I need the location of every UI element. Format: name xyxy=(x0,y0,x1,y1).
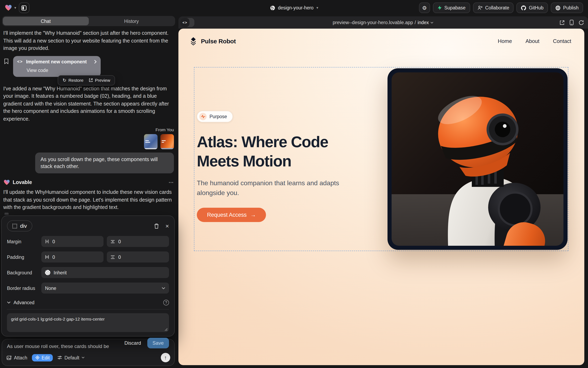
padding-y-icon xyxy=(111,255,115,259)
supabase-icon xyxy=(437,5,442,10)
nav-link-about[interactable]: About xyxy=(525,38,539,44)
supabase-button[interactable]: Supabase xyxy=(433,2,470,13)
lovable-heart-logo[interactable] xyxy=(5,4,12,11)
project-chevron-down-icon: ▾ xyxy=(316,6,318,10)
url-chevron-down-icon xyxy=(430,21,434,24)
request-access-button[interactable]: Request Access → xyxy=(197,208,266,222)
selected-element-pill[interactable]: div xyxy=(7,221,32,231)
site-brand[interactable]: Pulse Robot xyxy=(189,37,236,45)
partial-bookmark-icon xyxy=(4,213,9,215)
margin-x-field[interactable] xyxy=(41,236,104,247)
bookmark-icon[interactable] xyxy=(4,58,9,64)
attachment-thumbnail-blue[interactable] xyxy=(144,134,158,149)
edit-mode-pill[interactable]: Edit xyxy=(32,354,53,361)
from-you-label: From You xyxy=(155,127,174,132)
border-radius-select[interactable]: None xyxy=(41,283,169,294)
delete-element-button[interactable] xyxy=(154,223,159,229)
discard-button[interactable]: Discard xyxy=(124,340,141,346)
from-you-block: From You xyxy=(2,127,174,149)
resize-grip[interactable] xyxy=(164,328,168,331)
advanced-toggle[interactable]: Advanced xyxy=(13,300,34,305)
mode-chevron-down-icon xyxy=(81,357,85,359)
collaborate-icon xyxy=(477,5,483,10)
message-menu-button[interactable]: ⋯ xyxy=(169,180,174,185)
refresh-button[interactable] xyxy=(579,20,584,25)
app-window: ▾ design-your-hero ▾ ⚙ Supabase Collabor… xyxy=(0,0,588,368)
preview-button[interactable]: Preview xyxy=(89,78,110,83)
background-label: Background xyxy=(7,270,41,275)
selected-element-tag: div xyxy=(20,223,27,229)
padding-label: Padding xyxy=(7,255,41,259)
assistant-message-2: I've added a new "Why Humanoid" section … xyxy=(3,85,174,123)
layers-logo-icon xyxy=(189,37,198,45)
view-code-link[interactable]: View code xyxy=(27,68,96,73)
assistant-header: Lovable ⋯ xyxy=(4,180,174,185)
hero-content: Purpose Atlas: Where Code Meets Motion T… xyxy=(197,111,385,222)
collaborate-button[interactable]: Collaborate xyxy=(473,2,514,13)
hero-description: The humanoid companion that learns and a… xyxy=(197,178,349,197)
element-inspector-panel: div × Margin xyxy=(1,215,175,337)
color-swatch xyxy=(45,270,50,275)
nav-link-contact[interactable]: Contact xyxy=(553,38,571,44)
open-external-button[interactable] xyxy=(559,20,565,25)
implement-component-card[interactable]: <> Implement new component View code xyxy=(13,56,101,77)
tab-chat[interactable]: Chat xyxy=(3,17,89,25)
nav-link-home[interactable]: Home xyxy=(498,38,512,44)
close-inspector-button[interactable]: × xyxy=(165,222,169,229)
code-toggle-icon: <> xyxy=(180,18,190,27)
attachment-thumbnail-orange[interactable] xyxy=(161,134,174,149)
preview-panel: <> preview--design-your-hero.lovable.app… xyxy=(178,16,588,368)
padding-y-field[interactable] xyxy=(107,251,169,263)
background-field[interactable]: Inherit xyxy=(41,267,169,278)
padding-x-icon xyxy=(45,255,49,259)
lovable-heart-icon xyxy=(4,180,10,185)
github-icon xyxy=(521,5,526,10)
project-name: design-your-hero xyxy=(278,5,314,10)
target-icon xyxy=(35,355,39,360)
help-icon[interactable]: ? xyxy=(163,300,169,305)
classes-textarea[interactable] xyxy=(7,313,169,332)
attach-button[interactable]: Attach xyxy=(7,355,27,360)
selected-hero-section[interactable]: Purpose Atlas: Where Code Meets Motion T… xyxy=(194,67,568,251)
padding-x-field[interactable] xyxy=(41,251,104,263)
globe-icon xyxy=(270,5,275,10)
margin-label: Margin xyxy=(7,239,41,244)
hero-heading: Atlas: Where Code Meets Motion xyxy=(197,132,374,171)
gear-icon: ⚙ xyxy=(422,5,427,11)
hero-robot-card xyxy=(388,68,568,250)
pulse-icon xyxy=(199,113,207,120)
site-navbar: Pulse Robot Home About Contact xyxy=(178,29,584,45)
tab-history[interactable]: History xyxy=(89,17,174,25)
restore-icon: ↻ xyxy=(63,77,66,83)
workspace-chevron-down-icon[interactable]: ▾ xyxy=(14,6,16,10)
chat-history-tabs: Chat History xyxy=(2,16,175,26)
publish-button[interactable]: Publish xyxy=(551,2,583,13)
margin-x-icon xyxy=(45,239,49,244)
site-nav-links: Home About Contact xyxy=(498,38,571,44)
site-preview: Pulse Robot Home About Contact Purpose xyxy=(178,29,584,365)
chevron-right-icon xyxy=(94,59,96,64)
arrow-right-icon: → xyxy=(250,212,256,218)
component-card-title: Implement new component xyxy=(26,59,91,64)
preview-url[interactable]: preview--design-your-hero.lovable.app / … xyxy=(333,16,434,29)
code-icon: <> xyxy=(17,59,23,64)
send-button[interactable]: ↑ xyxy=(161,353,170,362)
border-radius-label: Border radius xyxy=(7,285,41,291)
attach-image-icon xyxy=(7,355,12,360)
topbar: ▾ design-your-hero ▾ ⚙ Supabase Collabor… xyxy=(0,0,588,16)
code-preview-toggle[interactable]: <> xyxy=(180,18,194,27)
mode-select[interactable]: Default xyxy=(57,355,85,360)
margin-y-icon xyxy=(111,239,115,243)
save-button[interactable]: Save xyxy=(147,338,169,348)
github-button[interactable]: GitHub xyxy=(517,2,548,13)
restore-button[interactable]: ↻ Restore xyxy=(63,77,84,83)
settings-button[interactable]: ⚙ xyxy=(419,2,430,13)
margin-y-field[interactable] xyxy=(107,236,169,247)
mobile-view-button[interactable] xyxy=(569,20,574,25)
dashed-box-icon xyxy=(12,223,17,228)
sidebar-toggle-button[interactable] xyxy=(19,2,29,13)
user-quote-bubble: As you scroll down the page, these compo… xyxy=(35,153,174,173)
project-switcher[interactable]: design-your-hero ▾ xyxy=(270,5,318,10)
purpose-badge: Purpose xyxy=(197,111,233,122)
assistant-name: Lovable xyxy=(13,180,32,185)
